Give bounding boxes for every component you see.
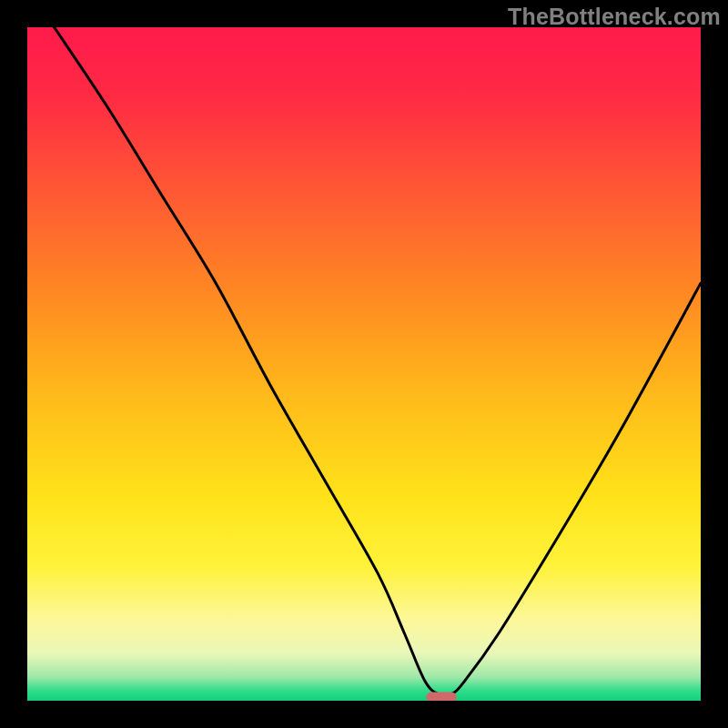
gradient-background — [27, 27, 701, 701]
plot-area — [27, 27, 701, 701]
bottleneck-chart — [27, 27, 701, 701]
watermark-text: TheBottleneck.com — [508, 4, 721, 30]
optimal-marker — [426, 692, 456, 701]
chart-frame: TheBottleneck.com — [0, 0, 728, 728]
